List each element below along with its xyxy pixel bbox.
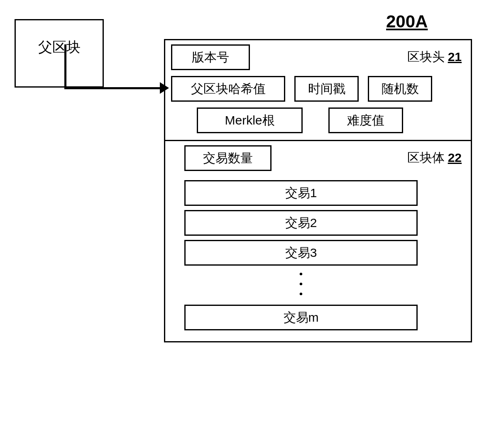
- nonce-field: 随机数: [368, 76, 432, 102]
- block-body-section: 区块体 22 交易数量 交易1 交易2 交易3 ••• 交易m: [165, 141, 471, 341]
- tx-row: 交易2: [184, 210, 418, 236]
- block-header-label: 区块头 21: [407, 49, 462, 66]
- tx-count-field: 交易数量: [184, 145, 272, 171]
- parent-block-label: 父区块: [38, 38, 81, 57]
- arrow-connector: [64, 87, 160, 89]
- block-body-label: 区块体 22: [407, 149, 462, 166]
- parent-hash-field: 父区块哈希值: [171, 76, 285, 102]
- parent-block-box: 父区块: [15, 19, 104, 88]
- tx-row: 交易1: [184, 180, 418, 206]
- block-header-section: 区块头 21 版本号 父区块哈希值 时间戳 随机数 Merkle根 难度值: [165, 40, 471, 141]
- merkle-root-field: Merkle根: [197, 107, 303, 133]
- tx-row-last: 交易m: [184, 305, 418, 330]
- version-field: 版本号: [171, 44, 250, 70]
- difficulty-field: 难度值: [328, 107, 403, 133]
- timestamp-field: 时间戳: [294, 76, 359, 102]
- block-200a: 区块头 21 版本号 父区块哈希值 时间戳 随机数 Merkle根 难度值 区块…: [164, 39, 472, 342]
- tx-row: 交易3: [184, 240, 418, 266]
- figure-id: 200A: [386, 12, 428, 32]
- ellipsis-icon: •••: [184, 266, 418, 300]
